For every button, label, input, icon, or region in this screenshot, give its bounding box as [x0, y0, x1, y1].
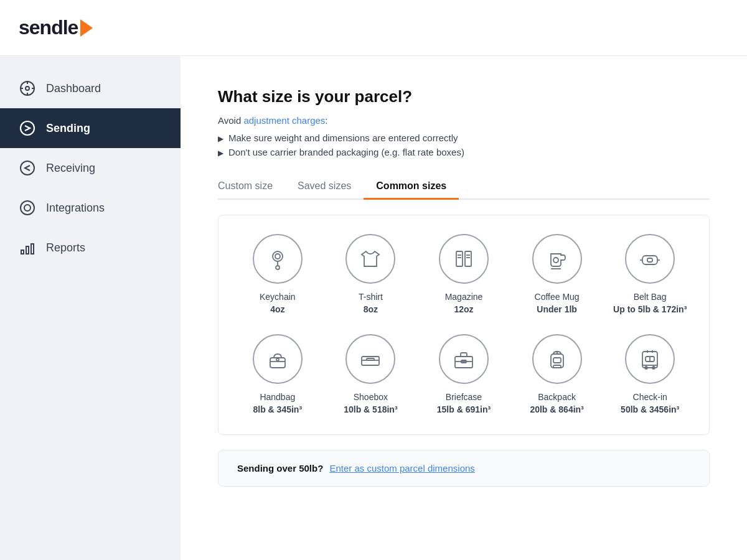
size-item-tshirt[interactable]: T-shirt 8oz — [331, 234, 411, 315]
sidebar-label-receiving: Receiving — [46, 162, 95, 175]
coffeemug-label: Coffee Mug Under 1lb — [535, 291, 580, 315]
beltbag-icon — [637, 246, 662, 271]
svg-rect-25 — [647, 258, 652, 262]
svg-rect-31 — [362, 357, 379, 365]
svg-point-7 — [21, 161, 34, 175]
handbag-icon-circle — [253, 334, 303, 384]
coffeemug-icon — [545, 246, 570, 271]
bottom-bar: Sending over 50lb? Enter as custom parce… — [218, 450, 710, 487]
svg-point-12 — [273, 251, 283, 261]
sidebar-item-reports[interactable]: Reports — [0, 228, 181, 268]
svg-rect-10 — [26, 246, 29, 254]
tshirt-icon-circle — [345, 234, 395, 284]
svg-rect-33 — [367, 358, 374, 360]
backpack-icon — [545, 347, 570, 371]
tshirt-label: T-shirt 8oz — [359, 291, 383, 315]
handbag-icon — [265, 347, 290, 371]
svg-rect-17 — [465, 251, 471, 266]
checkin-icon-circle — [625, 334, 675, 384]
shoebox-label: Shoebox 10lb & 518in³ — [344, 391, 397, 416]
svg-point-15 — [276, 266, 280, 269]
main-layout: Dashboard Sending Receiving Inte — [0, 56, 747, 560]
size-item-beltbag[interactable]: Belt Bag Up to 5lb & 172in³ — [609, 234, 690, 315]
briefcase-icon — [451, 347, 476, 371]
size-grid: Keychain 4oz T-shirt 8oz — [237, 234, 690, 416]
size-item-backpack[interactable]: Backpack 20lb & 864in³ — [517, 334, 598, 416]
size-item-checkin[interactable]: Check-in 50lb & 3456in³ — [609, 334, 690, 416]
svg-rect-24 — [642, 256, 657, 264]
beltbag-label: Belt Bag Up to 5lb & 172in³ — [613, 291, 687, 315]
bullet-item-1: ▶ Make sure weight and dimensions are en… — [218, 131, 710, 145]
svg-rect-16 — [456, 251, 463, 266]
page-title: What size is your parcel? — [218, 87, 710, 106]
sidebar-label-integrations: Integrations — [46, 202, 105, 215]
adjustment-charges-link[interactable]: adjustment charges — [243, 115, 325, 126]
svg-rect-9 — [21, 250, 24, 254]
logo: sendle — [19, 16, 93, 39]
receiving-icon — [19, 159, 36, 177]
bullet-item-2: ▶ Don't use carrier branded packaging (e… — [218, 145, 710, 159]
svg-rect-28 — [270, 358, 285, 368]
keychain-icon-circle — [253, 234, 303, 284]
size-item-briefcase[interactable]: Briefcase 15lb & 691in³ — [423, 334, 504, 416]
bullet-list: ▶ Make sure weight and dimensions are en… — [218, 131, 710, 159]
handbag-label: Handbag 8lb & 345in³ — [253, 391, 303, 416]
svg-point-30 — [276, 358, 279, 361]
backpack-icon-circle — [532, 334, 582, 384]
subtitle: Avoid adjustment charges: — [218, 115, 710, 126]
magazine-icon-circle — [439, 234, 489, 284]
header: sendle — [0, 0, 747, 56]
tab-custom-size[interactable]: Custom size — [218, 174, 285, 200]
svg-rect-38 — [553, 358, 561, 363]
sidebar-item-sending[interactable]: Sending — [0, 108, 181, 148]
svg-point-23 — [553, 258, 558, 263]
subtitle-text: Avoid — [218, 115, 243, 126]
bullet-text-2: Don't use carrier branded packaging (e.g… — [228, 147, 464, 157]
sidebar-item-receiving[interactable]: Receiving — [0, 148, 181, 188]
checkin-label: Check-in 50lb & 3456in³ — [621, 391, 679, 416]
sidebar-item-integrations[interactable]: Integrations — [0, 188, 181, 228]
size-item-shoebox[interactable]: Shoebox 10lb & 518in³ — [331, 334, 411, 416]
bottom-bar-text: Sending over 50lb? — [237, 463, 323, 474]
reports-icon — [19, 239, 36, 256]
size-item-keychain[interactable]: Keychain 4oz — [237, 234, 318, 315]
size-tabs: Custom size Saved sizes Common sizes — [218, 174, 710, 200]
tab-saved-sizes[interactable]: Saved sizes — [285, 174, 364, 200]
logo-arrow-icon — [80, 19, 93, 37]
svg-rect-34 — [455, 357, 472, 368]
sending-icon — [19, 119, 36, 137]
sidebar-label-sending: Sending — [46, 122, 90, 135]
sidebar-item-dashboard[interactable]: Dashboard — [0, 68, 181, 108]
magazine-icon — [451, 246, 476, 271]
size-item-handbag[interactable]: Handbag 8lb & 345in³ — [237, 334, 318, 416]
size-item-coffeemug[interactable]: Coffee Mug Under 1lb — [517, 234, 598, 315]
tshirt-icon — [358, 246, 383, 271]
beltbag-icon-circle — [625, 234, 675, 284]
keychain-label: Keychain 4oz — [260, 291, 296, 315]
shoebox-icon — [358, 347, 383, 371]
bullet-arrow-2: ▶ — [218, 149, 223, 157]
briefcase-label: Briefcase 15lb & 691in³ — [437, 391, 491, 416]
tab-common-sizes[interactable]: Common sizes — [364, 174, 459, 200]
svg-point-1 — [26, 86, 29, 90]
sidebar: Dashboard Sending Receiving Inte — [0, 56, 181, 560]
checkin-icon — [637, 347, 662, 371]
backpack-label: Backpack 20lb & 864in³ — [530, 391, 583, 416]
magazine-label: Magazine 12oz — [445, 291, 483, 315]
svg-rect-11 — [31, 244, 34, 254]
sidebar-label-reports: Reports — [46, 241, 85, 254]
svg-point-8 — [21, 201, 34, 215]
size-item-magazine[interactable]: Magazine 12oz — [423, 234, 504, 315]
main-content: What size is your parcel? Avoid adjustme… — [181, 56, 747, 560]
shoebox-icon-circle — [345, 334, 395, 384]
size-grid-container: Keychain 4oz T-shirt 8oz — [218, 215, 710, 435]
custom-dimensions-link[interactable]: Enter as custom parcel dimensions — [329, 463, 474, 474]
svg-point-13 — [275, 254, 280, 259]
briefcase-icon-circle — [439, 334, 489, 384]
dashboard-icon — [19, 80, 36, 97]
sidebar-label-dashboard: Dashboard — [46, 82, 101, 95]
coffeemug-icon-circle — [532, 234, 582, 284]
integrations-icon — [19, 199, 36, 217]
svg-point-6 — [21, 121, 34, 135]
bullet-text-1: Make sure weight and dimensions are ente… — [228, 133, 458, 143]
